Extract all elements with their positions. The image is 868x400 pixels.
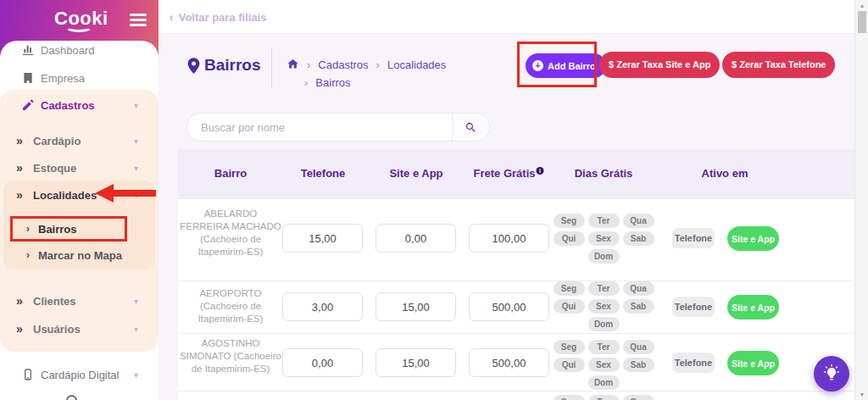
- day-chip-sex[interactable]: Sex: [588, 358, 620, 372]
- bairro-name: ABELARDO FERREIRA MACHADO (Cachoeiro de …: [180, 208, 281, 258]
- breadcrumb-item-cadastros[interactable]: Cadastros: [318, 58, 368, 71]
- telefone-fee-input[interactable]: [282, 224, 363, 253]
- chevron-down-icon: ▾: [134, 370, 138, 380]
- day-chip-sex[interactable]: Sex: [588, 231, 620, 246]
- ativo-telefone-toggle[interactable]: Telefone: [672, 228, 715, 248]
- add-bairro-button[interactable]: + Add Bairro: [526, 53, 606, 78]
- day-chip-sab[interactable]: Sab: [623, 358, 654, 372]
- search-icon: [465, 121, 477, 134]
- column-header-ativo-em: Ativo em: [702, 167, 748, 180]
- zerar-taxa-site-app-button[interactable]: $ Zerar Taxa Site e App: [599, 52, 720, 78]
- info-icon[interactable]: i: [536, 167, 543, 175]
- ativo-site-app-toggle[interactable]: Site e App: [727, 295, 779, 319]
- day-chip-sab[interactable]: Sab: [623, 299, 654, 314]
- app-logo[interactable]: Cooki: [54, 8, 108, 30]
- day-chip-dom[interactable]: Dom: [588, 249, 620, 264]
- day-chip-qua[interactable]: Qua: [623, 395, 654, 400]
- back-link[interactable]: ‹Voltar para filiais: [170, 0, 266, 34]
- breadcrumb-item-bairros[interactable]: Bairros: [315, 76, 350, 89]
- row-divider: [178, 333, 854, 334]
- scrollbar-up-arrow[interactable]: ▲: [855, 3, 868, 8]
- zerar-taxa-telefone-button[interactable]: $ Zerar Taxa Telefone: [722, 52, 835, 78]
- day-chip-qui[interactable]: Qui: [554, 231, 585, 246]
- frete-gratis-input[interactable]: [469, 348, 549, 377]
- day-chip-qua[interactable]: Qua: [623, 214, 654, 228]
- row-divider: [178, 391, 854, 392]
- sidebar-item-cadastros[interactable]: Cadastros ▾: [0, 94, 159, 116]
- site-app-fee-input[interactable]: [376, 292, 456, 321]
- day-chip-ter[interactable]: Ter: [588, 395, 620, 400]
- sidebar-item-clientes[interactable]: » Clientes ▾: [0, 290, 159, 312]
- edit-icon: [20, 97, 36, 113]
- sidebar-item-label: Localidades: [33, 189, 97, 202]
- sidebar-item-label: Dashboard: [41, 44, 95, 57]
- ativo-site-app-toggle[interactable]: Site e App: [727, 351, 779, 375]
- sidebar-item-cardapio-digital[interactable]: Cardápio Digital ▾: [0, 364, 159, 386]
- ativo-telefone-toggle[interactable]: Telefone: [672, 353, 715, 373]
- help-lightbulb-button[interactable]: [814, 356, 849, 392]
- app-root: Cooki Dashboard Empresa: [0, 0, 868, 400]
- breadcrumb-line-2: › Bairros: [287, 74, 507, 92]
- day-chip-qui[interactable]: Qui: [554, 299, 585, 314]
- map-pin-icon: [187, 58, 200, 77]
- day-chip-sex[interactable]: Sex: [588, 299, 620, 314]
- day-chip-qua[interactable]: Qua: [623, 340, 654, 354]
- day-chip-ter[interactable]: Ter: [588, 281, 620, 296]
- day-chip-dom[interactable]: Dom: [588, 375, 620, 390]
- table-header-row: Bairro Telefone Site e App Frete Grátisi…: [178, 149, 854, 198]
- bairros-table: Bairro Telefone Site e App Frete Grátisi…: [178, 149, 854, 400]
- frete-gratis-input[interactable]: [469, 292, 549, 321]
- sidebar-item-empresa[interactable]: Empresa: [0, 67, 159, 89]
- frete-gratis-input[interactable]: [469, 224, 549, 253]
- site-app-fee-input[interactable]: [376, 224, 456, 253]
- day-chip-seg[interactable]: Seg: [554, 281, 585, 296]
- back-link-label: Voltar para filiais: [179, 11, 267, 24]
- scrollbar-down-arrow[interactable]: ▼: [855, 392, 868, 397]
- chevron-down-icon: ▾: [134, 101, 138, 110]
- day-chip-dom[interactable]: Dom: [588, 317, 620, 331]
- partial-menu-icon: [66, 395, 77, 400]
- plus-circle-icon: +: [532, 60, 543, 71]
- ativo-telefone-toggle[interactable]: Telefone: [672, 297, 715, 317]
- day-chip-qua[interactable]: Qua: [623, 281, 654, 296]
- day-chip-seg[interactable]: Seg: [554, 214, 585, 228]
- sidebar-item-label: Estoque: [33, 162, 76, 175]
- row-divider: [178, 198, 854, 199]
- smartphone-icon: [20, 367, 36, 382]
- hamburger-menu-icon[interactable]: [130, 14, 147, 29]
- breadcrumb-separator-icon: ›: [307, 58, 310, 71]
- double-chevron-icon: »: [16, 161, 22, 175]
- sidebar-item-marcar-no-mapa[interactable]: › Marcar no Mapa: [0, 244, 159, 266]
- telefone-fee-input[interactable]: [282, 292, 363, 321]
- bairro-name: AGOSTINHO SIMONATO (Cachoeiro de Itapemi…: [180, 337, 281, 375]
- sidebar-item-dashboard[interactable]: Dashboard: [0, 41, 159, 61]
- search-input[interactable]: [187, 114, 452, 141]
- dias-gratis-chips: Seg Ter Qua Qui Sex Sab Dom: [553, 281, 654, 331]
- breadcrumb: › Cadastros › Localidades › Bairros: [287, 56, 507, 92]
- double-chevron-icon: »: [16, 188, 22, 202]
- day-chip-ter[interactable]: Ter: [588, 340, 620, 354]
- scrollbar-thumb[interactable]: [858, 11, 866, 33]
- sidebar-item-usuarios[interactable]: » Usuários ▾: [0, 318, 159, 340]
- ativo-site-app-toggle[interactable]: Site e App: [727, 226, 779, 251]
- day-chip-sab[interactable]: Sab: [623, 231, 654, 246]
- site-app-fee-input[interactable]: [376, 348, 456, 377]
- sidebar-item-estoque[interactable]: » Estoque ▾: [0, 157, 159, 179]
- day-chip-ter[interactable]: Ter: [588, 214, 620, 228]
- sidebar-item-label: Cardápio: [33, 135, 81, 147]
- sidebar-header: Cooki: [0, 0, 159, 41]
- telefone-fee-input[interactable]: [282, 348, 363, 377]
- sidebar-menu: Dashboard Empresa Cadastros ▾ » Cardápio…: [0, 41, 159, 400]
- breadcrumb-line-1: › Cadastros › Localidades: [287, 56, 507, 74]
- home-icon[interactable]: [287, 58, 299, 73]
- sidebar-item-cardapio[interactable]: » Cardápio ▾: [0, 130, 159, 152]
- sidebar-item-label: Cadastros: [41, 99, 95, 112]
- day-chip-seg[interactable]: Seg: [554, 340, 585, 354]
- dias-gratis-chips: Seg Ter Qua Qui Sex Sab Dom: [553, 214, 654, 264]
- day-chip-seg[interactable]: Seg: [554, 395, 585, 400]
- search-button[interactable]: [452, 114, 489, 141]
- day-chip-qui[interactable]: Qui: [554, 358, 585, 372]
- breadcrumb-item-localidades[interactable]: Localidades: [387, 58, 446, 71]
- sidebar-item-bairros[interactable]: › Bairros: [0, 218, 159, 240]
- chevron-down-icon: ▾: [134, 325, 138, 334]
